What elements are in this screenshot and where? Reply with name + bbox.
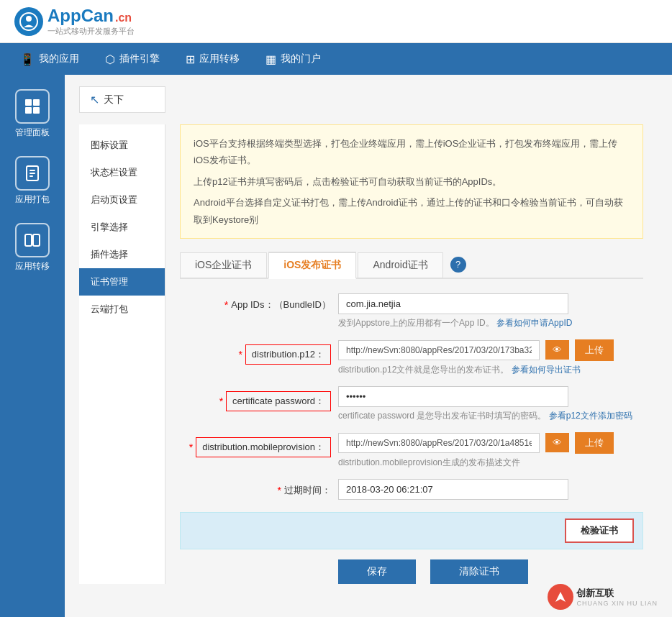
- cert-password-row: * certificate password： certificate pass…: [180, 386, 643, 422]
- breadcrumb-icon: ↖: [90, 93, 99, 106]
- sidebar-build-label: 应用打包: [15, 193, 50, 206]
- tab-ios-enterprise[interactable]: iOS企业证书: [180, 252, 267, 278]
- sidebar-management-label: 管理面板: [15, 127, 50, 139]
- verify-row: 检验证书: [180, 512, 643, 549]
- logo-brand: AppCan .cn 一站式移动开发服务平台: [47, 6, 135, 37]
- expiry-label: * 过期时间：: [180, 479, 338, 502]
- inner-layout: 图标设置 状态栏设置 启动页设置 引擎选择 插件选择 证书管理 云端打包 iOS…: [79, 124, 658, 584]
- sidebar-item-status-bar[interactable]: 状态栏设置: [79, 159, 165, 186]
- app-ids-link[interactable]: 参看如何申请AppID: [496, 318, 572, 328]
- nav-transfer-icon: ⊞: [186, 52, 195, 66]
- clear-button[interactable]: 清除证书: [430, 559, 528, 584]
- p12-field: 👁 上传 distribution.p12文件就是您导出的发布证书。 参看如何导…: [338, 339, 643, 376]
- tab-ios-release[interactable]: iOS发布证书: [268, 252, 356, 279]
- nav-apps-label: 我的应用: [39, 52, 79, 65]
- svg-rect-10: [25, 234, 32, 246]
- secondary-sidebar: 图标设置 状态栏设置 启动页设置 引擎选择 插件选择 证书管理 云端打包: [79, 124, 165, 584]
- transfer-icon: [15, 223, 50, 257]
- cert-password-input[interactable]: [338, 386, 568, 407]
- mobileprovision-url-input[interactable]: [338, 433, 540, 453]
- expiry-input[interactable]: [338, 479, 568, 500]
- app-ids-required: *: [224, 299, 228, 311]
- app-ids-input[interactable]: [338, 293, 568, 314]
- app-ids-hint: 发到Appstore上的应用都有一个App ID。 参看如何申请AppID: [338, 317, 643, 329]
- p12-file-row: 👁 上传: [338, 339, 643, 361]
- nav-portal-label: 我的门户: [281, 52, 321, 65]
- mobileprovision-view-button[interactable]: 👁: [545, 433, 569, 452]
- build-icon: [15, 156, 50, 191]
- nav-plugin-engine[interactable]: ⬡ 插件引擎: [92, 43, 173, 75]
- sidebar-item-engine[interactable]: 引擎选择: [79, 214, 165, 241]
- mobileprovision-field: 👁 上传 distribution.mobileprovision生成的发布描述…: [338, 432, 643, 469]
- sidebar-item-cert[interactable]: 证书管理: [79, 268, 165, 296]
- tab-android-cert[interactable]: Android证书: [358, 252, 442, 278]
- p12-link[interactable]: 参看如何导出证书: [512, 365, 581, 375]
- svg-rect-3: [33, 99, 40, 106]
- action-row: 保存 清除证书: [338, 559, 643, 584]
- footer-logo-text: 创新互联: [576, 587, 658, 600]
- nav-my-apps[interactable]: 📱 我的应用: [7, 43, 92, 75]
- info-box: iOS平台支持根据终端类型选择，打包企业终端应用，需上传iOS企业证书，打包发布…: [180, 124, 643, 239]
- breadcrumb: ↖ 天下: [79, 86, 165, 113]
- eye-icon: 👁: [553, 344, 562, 355]
- eye-icon-2: 👁: [553, 437, 562, 448]
- sidebar-item-transfer[interactable]: 应用转移: [0, 216, 65, 280]
- logo-cn: .cn: [115, 12, 132, 24]
- breadcrumb-text: 天下: [104, 93, 124, 106]
- p12-url-input[interactable]: [338, 340, 540, 360]
- sidebar-item-plugin[interactable]: 插件选择: [79, 241, 165, 268]
- info-line2: 上传p12证书并填写密码后，点击检验证书可自动获取当前证书的AppIDs。: [194, 173, 630, 190]
- mobileprovision-upload-button[interactable]: 上传: [575, 432, 614, 454]
- svg-rect-8: [29, 173, 35, 174]
- p12-required: *: [238, 349, 242, 360]
- save-button[interactable]: 保存: [338, 559, 416, 584]
- page-content: iOS平台支持根据终端类型选择，打包企业终端应用，需上传iOS企业证书，打包发布…: [165, 124, 658, 584]
- mobileprovision-required: *: [189, 442, 193, 453]
- nav-plugin-icon: ⬡: [105, 52, 115, 66]
- management-icon: [15, 89, 50, 124]
- app-ids-label: * App IDs：（BundleID）: [180, 293, 338, 316]
- header: AppCan .cn 一站式移动开发服务平台: [0, 0, 672, 43]
- sidebar-item-cloud-build[interactable]: 云端打包: [79, 296, 165, 323]
- cert-password-label: * certificate password：: [180, 386, 338, 416]
- sidebar-item-icon-settings[interactable]: 图标设置: [79, 132, 165, 159]
- info-line1: iOS平台支持根据终端类型选择，打包企业终端应用，需上传iOS企业证书，打包发布…: [194, 135, 630, 169]
- svg-rect-7: [29, 170, 35, 171]
- mobileprovision-label: * distribution.mobileprovision：: [180, 432, 338, 462]
- sidebar: 管理面板 应用打包 应用转移: [0, 75, 65, 617]
- verify-button[interactable]: 检验证书: [565, 518, 634, 543]
- sidebar-item-management[interactable]: 管理面板: [0, 82, 65, 146]
- app-ids-field: 发到Appstore上的应用都有一个App ID。 参看如何申请AppID: [338, 293, 643, 329]
- p12-upload-button[interactable]: 上传: [575, 339, 614, 361]
- expiry-field: [338, 479, 643, 500]
- verify-bar: 检验证书: [180, 512, 643, 549]
- sidebar-item-startup[interactable]: 启动页设置: [79, 186, 165, 214]
- p12-view-button[interactable]: 👁: [545, 340, 569, 360]
- cert-password-required: *: [219, 396, 223, 407]
- p12-hint: distribution.p12文件就是您导出的发布证书。 参看如何导出证书: [338, 364, 643, 376]
- footer-logo-sub: CHUANG XIN HU LIAN: [576, 600, 658, 607]
- cert-password-link[interactable]: 参看p12文件添加密码: [549, 411, 632, 421]
- nav-transfer-label: 应用转移: [199, 52, 240, 65]
- svg-rect-5: [33, 107, 40, 114]
- footer-logo: 创新互联 CHUANG XIN HU LIAN: [548, 584, 658, 610]
- sidebar-item-build[interactable]: 应用打包: [0, 149, 65, 213]
- footer-logo-icon: [548, 584, 573, 610]
- svg-rect-9: [29, 175, 33, 177]
- nav-app-transfer[interactable]: ⊞ 应用转移: [173, 43, 253, 75]
- content-area: ↖ 天下 图标设置 状态栏设置 启动页设置 引擎选择 插件选择 证书管理 云端打…: [65, 75, 672, 617]
- p12-row: * distribution.p12： 👁 上传 distribution: [180, 339, 643, 376]
- tab-help-icon[interactable]: ?: [450, 257, 466, 273]
- nav-my-portal[interactable]: ▦ 我的门户: [253, 43, 334, 75]
- logo-icon: [14, 7, 43, 36]
- nav-apps-icon: 📱: [20, 52, 35, 66]
- logo-subtitle: 一站式移动开发服务平台: [47, 26, 135, 37]
- logo-area: AppCan .cn 一站式移动开发服务平台: [14, 6, 135, 37]
- info-line3: Android平台选择自定义证书打包，需上传Android证书，通过上传的证书和…: [194, 194, 630, 228]
- nav-plugin-label: 插件引擎: [119, 52, 160, 65]
- cert-password-field: certificate password 是您导出发布证书时填写的密码。 参看p…: [338, 386, 643, 422]
- svg-rect-2: [25, 99, 32, 106]
- svg-rect-4: [25, 107, 32, 114]
- expiry-row: * 过期时间：: [180, 479, 643, 502]
- tabs: iOS企业证书 iOS发布证书 Android证书 ?: [180, 252, 643, 279]
